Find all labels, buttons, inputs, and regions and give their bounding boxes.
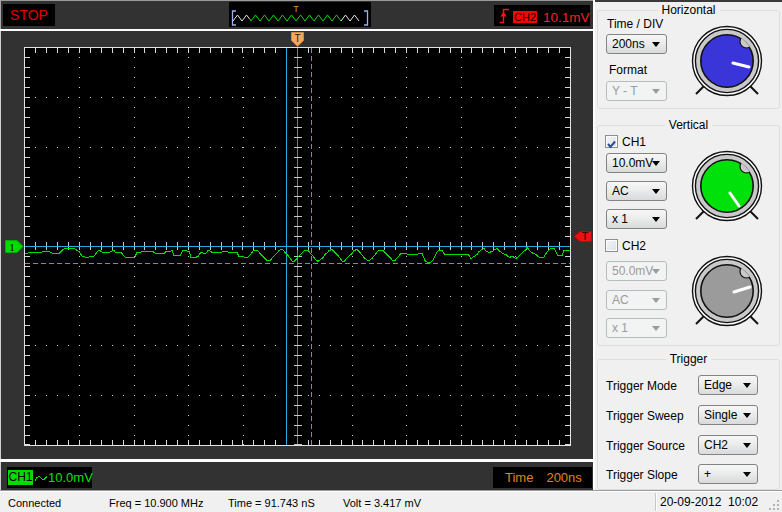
svg-text:T: T <box>293 4 299 14</box>
svg-text:T: T <box>294 33 300 44</box>
svg-text:T: T <box>582 231 589 242</box>
svg-text:1: 1 <box>9 241 15 253</box>
